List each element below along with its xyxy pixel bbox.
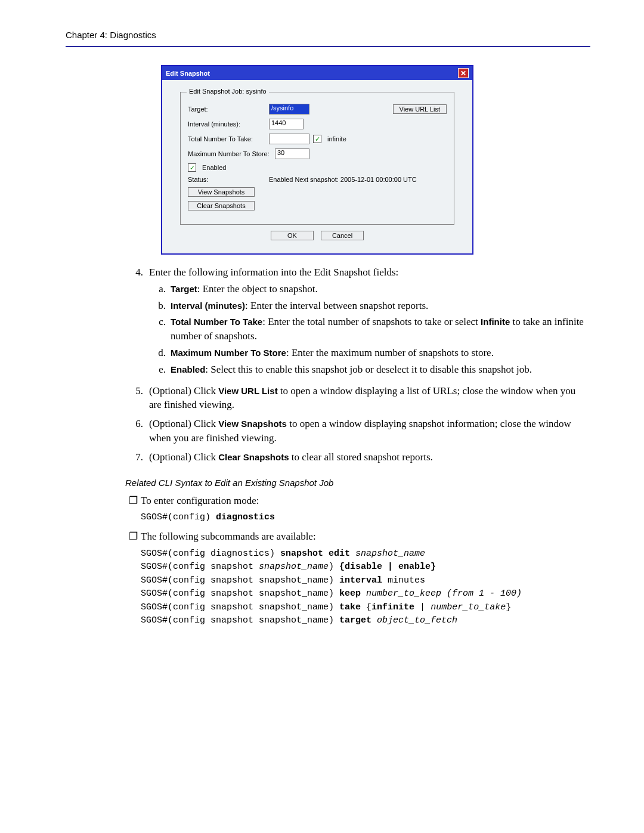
close-icon[interactable]: ✕ [458,68,469,78]
step-pre: (Optional) Click [149,418,218,429]
total-label: Total Number To Take: [188,135,265,143]
sub-rest: : Enter the maximum number of snapshots … [286,347,494,358]
sub-letter: e. [149,363,171,377]
sub-letter: d. [149,346,171,360]
clear-snapshots-button[interactable]: Clear Snapshots [188,201,255,210]
dialog-title-text: Edit Snapshot [166,70,210,77]
fieldset-legend: Edit Snapshot Job: sysinfo [187,88,269,95]
step-number: 5. [125,384,149,413]
enabled-checkbox[interactable]: ✓ [188,163,196,172]
enabled-label: Enabled [202,164,226,171]
step-bold: Clear Snapshots [218,452,289,462]
ok-button[interactable]: OK [271,231,314,240]
code-text: | [414,602,431,612]
max-label: Maximum Number To Store: [188,150,271,157]
code-text: { [366,602,371,612]
body-text: 4. Enter the following information into … [125,265,590,628]
step-number: 7. [125,450,149,465]
step-bold: View URL List [218,386,277,396]
code-text: minutes [388,575,425,586]
code-bold: infinite [371,602,414,612]
code-text: SGOS#(config snapshot snapshot_name) [141,589,339,599]
max-input[interactable]: 30 [275,148,309,159]
total-input[interactable] [269,134,309,144]
bullet-icon: ❐ [125,494,141,508]
sub-bold: Total Number To Take [171,317,262,327]
code-bold: snapshot edit [280,549,355,559]
code-text: SGOS#(config snapshot snapshot_name) [141,615,339,625]
sub-rest: : Enter the object to snapshot. [197,283,318,295]
dialog-titlebar: Edit Snapshot ✕ [162,66,472,80]
interval-label: Interval (minutes): [188,120,265,128]
sub-bold: Interval (minutes) [171,301,245,311]
sub-bold: Maximum Number To Store [171,348,286,358]
code-bold: keep [339,589,366,599]
bullet-icon: ❐ [125,529,141,544]
cli-section-title: Related CLI Syntax to Edit an Existing S… [125,476,590,489]
step-pre: (Optional) Click [149,451,218,463]
status-value: Enabled Next snapshot: 2005-12-01 00:00:… [269,176,417,183]
view-snapshots-button[interactable]: View Snapshots [188,187,255,197]
code-text: } [506,602,511,612]
code-text: SGOS#(config) [141,512,216,522]
sub-letter: b. [149,299,171,313]
step-post: to clear all stored snapshot reports. [289,451,433,463]
target-label: Target: [188,106,265,113]
code-text: ) [329,562,339,572]
code-text: SGOS#(config diagnostics) [141,549,280,559]
sub-bold: Enabled [171,364,205,374]
page-header: Chapter 4: Diagnostics [66,30,590,47]
code-italic: number_to_keep (from 1 - 100) [366,589,522,599]
step-pre: (Optional) Click [149,385,218,397]
code-italic: number_to_take [431,602,506,612]
dialog-screenshot: Edit Snapshot ✕ Edit Snapshot Job: sysin… [161,65,590,255]
code-bold: interval [339,575,388,586]
step-number: 6. [125,417,149,445]
code-bold: diagnostics [216,512,275,522]
code-text: SGOS#(config snapshot [141,562,259,572]
code-italic: object_to_fetch [377,615,457,625]
bullet-text: The following subcommands are available: [141,529,590,544]
infinite-label: infinite [327,135,346,143]
code-italic: snapshot_name [259,562,329,572]
code-bold: {disable | enable} [339,562,436,572]
code-text: SGOS#(config snapshot snapshot_name) [141,575,339,586]
sub-bold: Target [171,284,197,294]
step-number: 4. [125,265,149,379]
infinite-checkbox[interactable]: ✓ [313,135,321,143]
sub-rest: : Enter the total number of snapshots to… [262,316,481,327]
cancel-button[interactable]: Cancel [321,231,364,240]
code-bold: target [339,615,377,625]
sub-rest: : Enter the interval between snapshot re… [245,300,428,311]
sub-letter: c. [149,315,171,343]
sub-bold2: Infinite [481,317,510,327]
code-bold: take [339,602,366,612]
code-text: SGOS#(config snapshot snapshot_name) [141,602,339,612]
step-text: Enter the following information into the… [149,265,590,280]
target-input[interactable]: /sysinfo [269,104,309,114]
code-italic: snapshot_name [355,549,425,559]
view-url-list-button[interactable]: View URL List [393,104,447,114]
status-label: Status: [188,176,265,183]
bullet-text: To enter configuration mode: [141,494,590,508]
sub-letter: a. [149,282,171,296]
step-bold: View Snapshots [218,419,287,429]
interval-input[interactable]: 1440 [269,119,304,129]
sub-rest: : Select this to enable this snapshot jo… [205,364,532,375]
